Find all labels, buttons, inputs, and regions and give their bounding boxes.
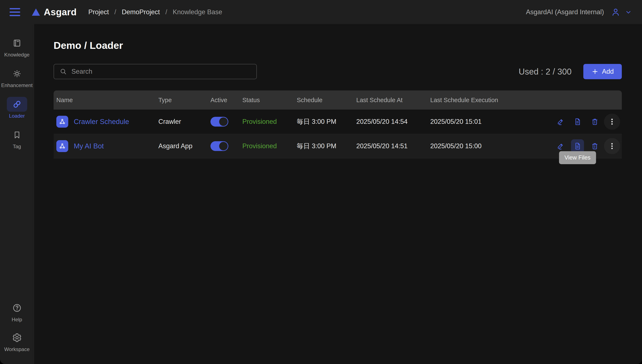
breadcrumb-separator: /	[114, 8, 116, 16]
loader-type-icon	[56, 140, 68, 152]
page-title: Demo / Loader	[54, 40, 622, 51]
bookmark-icon	[12, 130, 22, 140]
column-header-status: Status	[242, 97, 297, 104]
breadcrumb-knowledge-base: Knowledge Base	[173, 8, 222, 16]
add-button[interactable]: Add	[583, 64, 622, 79]
sidebar-item-workspace[interactable]: Workspace	[0, 330, 34, 352]
sidebar-item-label: Knowledge	[4, 52, 30, 58]
active-toggle[interactable]	[210, 141, 228, 151]
link-icon	[12, 99, 22, 109]
sidebar-item-help[interactable]: Help	[0, 300, 34, 322]
column-header-type: Type	[158, 97, 210, 104]
row-name-link[interactable]: Crawler Schedule	[74, 118, 129, 126]
delete-button[interactable]	[588, 115, 601, 128]
file-icon	[573, 118, 582, 126]
breadcrumb-demoproject[interactable]: DemoProject	[122, 8, 160, 16]
trash-icon	[590, 118, 599, 126]
sidebar-item-enhancement[interactable]: Enhancement	[0, 66, 34, 88]
breadcrumb-project[interactable]: Project	[88, 8, 109, 16]
table-header: Name Type Active Status Schedule Last Sc…	[54, 90, 622, 110]
search-box[interactable]	[54, 64, 257, 79]
add-button-label: Add	[602, 68, 614, 76]
logo[interactable]: Asgard	[32, 7, 77, 18]
logo-text: Asgard	[44, 7, 77, 18]
sidebar-item-label: Workspace	[4, 346, 30, 352]
menu-icon[interactable]	[10, 8, 20, 16]
app-window: Asgard Project / DemoProject / Knowledge…	[0, 0, 642, 364]
status-badge: Provisioned	[242, 118, 297, 126]
search-input[interactable]	[71, 64, 256, 79]
trash-icon	[590, 142, 599, 150]
row-schedule: 毎日 3:00 PM	[297, 142, 356, 150]
column-header-schedule: Schedule	[297, 97, 356, 104]
row-last-schedule-execution: 2025/05/20 15:01	[430, 118, 549, 126]
breadcrumb-separator: /	[165, 8, 167, 16]
topbar-account-area[interactable]: AsgardAI (Asgard Internal)	[526, 7, 632, 17]
search-icon	[60, 68, 67, 76]
sidebar-item-loader[interactable]: Loader	[0, 97, 34, 119]
edit-button[interactable]	[554, 139, 567, 153]
brightness-icon	[12, 69, 22, 78]
active-toggle[interactable]	[210, 117, 228, 126]
row-last-schedule-at: 2025/05/20 14:51	[356, 142, 430, 150]
breadcrumb: Project / DemoProject / Knowledge Base	[88, 8, 222, 16]
column-header-active: Active	[210, 97, 242, 104]
view-files-button[interactable]: View Files	[571, 139, 584, 153]
row-name-link[interactable]: My AI Bot	[74, 142, 104, 150]
help-icon	[12, 303, 22, 313]
sidebar: Knowledge Enhancement	[0, 24, 34, 364]
row-type: Asgard App	[158, 142, 210, 150]
sidebar-item-label: Enhancement	[1, 82, 33, 88]
view-files-button[interactable]	[571, 115, 584, 128]
user-icon[interactable]	[611, 7, 620, 17]
kebab-icon	[608, 142, 616, 150]
table-row: Crawler Schedule Crawler Provisioned 毎日 …	[54, 110, 622, 134]
book-icon	[12, 38, 22, 48]
sidebar-item-label: Help	[12, 317, 22, 322]
usage-counter: Used : 2 / 300	[519, 67, 572, 76]
delete-button[interactable]	[588, 139, 601, 153]
table-row: My AI Bot Asgard App Provisioned 毎日 3:00…	[54, 134, 622, 158]
controls-row: Used : 2 / 300 Add	[54, 64, 622, 79]
row-last-schedule-at: 2025/05/20 14:54	[356, 118, 430, 126]
column-header-last-schedule-at: Last Schedule At	[356, 97, 430, 104]
sidebar-footer: Help Workspace	[0, 300, 34, 352]
sidebar-item-label: Tag	[13, 144, 21, 150]
topbar: Asgard Project / DemoProject / Knowledge…	[0, 0, 642, 24]
gear-icon	[12, 333, 22, 342]
edit-button[interactable]	[554, 115, 567, 128]
sidebar-item-label: Loader	[9, 113, 25, 119]
view-files-tooltip: View Files	[559, 151, 596, 164]
loader-type-icon	[56, 116, 68, 128]
row-type: Crawler	[158, 118, 210, 126]
row-last-schedule-execution: 2025/05/20 15:00	[430, 142, 549, 150]
account-label: AsgardAI (Asgard Internal)	[526, 8, 604, 16]
row-schedule: 毎日 3:00 PM	[297, 117, 356, 126]
loader-table: Name Type Active Status Schedule Last Sc…	[54, 90, 622, 158]
pencil-icon	[556, 142, 565, 150]
sidebar-item-tag[interactable]: Tag	[0, 128, 34, 150]
main-content: Demo / Loader Used : 2 / 300 Add	[34, 24, 642, 364]
column-header-name: Name	[56, 97, 158, 104]
status-badge: Provisioned	[242, 142, 297, 150]
pencil-icon	[556, 118, 565, 126]
more-actions-button[interactable]	[605, 115, 618, 128]
more-actions-button[interactable]	[605, 139, 618, 153]
plus-icon	[591, 68, 599, 75]
logo-triangle-icon	[32, 8, 40, 16]
chevron-down-icon[interactable]	[624, 8, 632, 16]
file-icon	[573, 142, 582, 150]
kebab-icon	[608, 118, 616, 126]
column-header-last-schedule-execution: Last Schedule Execution	[430, 97, 549, 104]
sidebar-item-knowledge[interactable]: Knowledge	[0, 36, 34, 58]
